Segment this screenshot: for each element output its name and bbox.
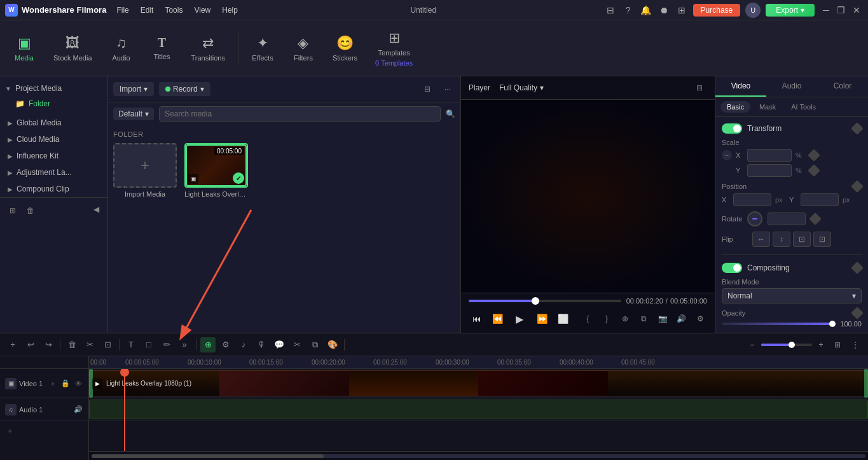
settings-icon[interactable]: ⚙: [694, 311, 707, 326]
flip-vertical-btn[interactable]: ↕: [773, 232, 790, 247]
transform-toggle[interactable]: [722, 123, 742, 134]
delete-folder-icon[interactable]: 🗑: [23, 203, 38, 218]
global-media-item[interactable]: ▶ Global Media: [0, 115, 107, 131]
transform-keyframe-btn[interactable]: [851, 122, 864, 135]
horizontal-scrollbar[interactable]: [92, 454, 865, 458]
snapshot-icon[interactable]: 📷: [656, 311, 670, 326]
menu-view[interactable]: View: [189, 3, 216, 17]
menu-tools[interactable]: Tools: [160, 3, 188, 17]
compound-clip-item[interactable]: ▶ Compound Clip: [0, 181, 107, 197]
tab-color[interactable]: Color: [817, 76, 868, 97]
apps-icon[interactable]: ⊞: [675, 4, 688, 17]
toolbar-media[interactable]: ▣ Media: [5, 25, 43, 71]
close-button[interactable]: ✕: [850, 4, 863, 17]
audio-monitor-icon[interactable]: 🔊: [675, 311, 688, 326]
more-btn[interactable]: »: [177, 337, 192, 352]
flip-horizontal-btn[interactable]: ↔: [752, 232, 770, 247]
pos-x-input[interactable]: 0.00: [733, 193, 771, 206]
shape-btn[interactable]: □: [141, 337, 156, 352]
flip-alt2-btn[interactable]: ⊡: [813, 232, 831, 247]
paint-btn[interactable]: ✏: [159, 337, 174, 352]
opacity-slider[interactable]: [722, 323, 832, 325]
media-more-icon[interactable]: ···: [440, 81, 455, 97]
compositing-keyframe-btn[interactable]: [851, 261, 864, 274]
rotate-input[interactable]: 0.00°: [768, 213, 806, 225]
text-btn[interactable]: T: [123, 337, 139, 352]
timeline-thumb[interactable]: [532, 297, 539, 305]
insert-icon[interactable]: ⊕: [619, 311, 632, 326]
screen-record-icon[interactable]: ⏺: [658, 4, 670, 17]
rotate-wheel[interactable]: [747, 211, 762, 227]
mark-out-icon[interactable]: }: [600, 311, 613, 326]
cloud-media-item[interactable]: ▶ Cloud Media: [0, 131, 107, 148]
tab-video[interactable]: Video: [715, 76, 766, 97]
scale-x-input[interactable]: 100.00: [747, 149, 792, 162]
video-media-item[interactable]: 00:05:00 ▣ ✓ Light Leaks Overlay 10...: [184, 143, 248, 198]
adjustment-layer-item[interactable]: ▶ Adjustment La...: [0, 164, 107, 181]
project-media-header[interactable]: ▼ Project Media: [0, 80, 107, 97]
loop-button[interactable]: ⬜: [555, 310, 571, 328]
scale-y-keyframe-btn[interactable]: [808, 164, 820, 177]
opacity-keyframe-btn[interactable]: [851, 307, 864, 319]
minimize-app-icon[interactable]: ⊟: [604, 4, 617, 17]
undo-btn[interactable]: ↩: [23, 337, 38, 352]
mark-in-icon[interactable]: {: [581, 311, 595, 326]
minimize-button[interactable]: ─: [820, 4, 832, 17]
clip-trim-right[interactable]: [864, 369, 868, 398]
scale-x-keyframe-btn[interactable]: [808, 149, 820, 162]
video-clip[interactable]: ▶ Light Leaks Overlay 1080p (1): [89, 370, 868, 396]
zoom-track[interactable]: [761, 344, 812, 346]
toolbar-titles[interactable]: T Titles: [143, 25, 181, 71]
help-icon[interactable]: ?: [622, 4, 635, 17]
collapse-panel-icon[interactable]: ◀: [90, 203, 102, 216]
influence-kit-item[interactable]: ▶ Influence Kit: [0, 148, 107, 164]
crop-btn[interactable]: ⊡: [100, 337, 115, 352]
preview-settings-icon[interactable]: ⊟: [692, 80, 707, 95]
subtab-basic[interactable]: Basic: [720, 101, 750, 113]
track-eye-icon[interactable]: 👁: [73, 379, 83, 389]
grid-view-btn[interactable]: ⊞: [830, 337, 845, 352]
folder-item[interactable]: 📁 Folder: [0, 97, 107, 111]
toolbar-audio[interactable]: ♫ Audio: [102, 25, 141, 71]
blend-mode-select[interactable]: Normal ▾: [722, 288, 862, 303]
audio-btn[interactable]: 🎙: [254, 337, 269, 352]
play-button[interactable]: ▶: [511, 309, 529, 329]
position-keyframe-btn[interactable]: [851, 180, 864, 193]
frame-back-button[interactable]: ⏪: [490, 310, 506, 328]
pip-btn[interactable]: ⧉: [307, 337, 322, 352]
ai-cut-btn[interactable]: ✂: [289, 337, 305, 352]
compositing-toggle[interactable]: [722, 263, 742, 273]
detach-audio-btn[interactable]: ♪: [236, 337, 251, 352]
toolbar-filters[interactable]: ◈ Filters: [284, 25, 322, 71]
toolbar-stickers[interactable]: 😊 Stickers: [325, 25, 365, 71]
caption-btn[interactable]: 💬: [272, 337, 287, 352]
record-button[interactable]: Record ▾: [159, 82, 210, 96]
subtab-ai-tools[interactable]: AI Tools: [785, 101, 822, 113]
color-btn[interactable]: 🎨: [325, 337, 340, 352]
search-input[interactable]: [159, 106, 441, 122]
toolbar-templates[interactable]: ⊞ Templates 0 Templates: [368, 25, 420, 71]
cut-btn[interactable]: ✂: [82, 337, 97, 352]
dual-screen-icon[interactable]: ⧉: [637, 311, 651, 326]
delete-btn[interactable]: 🗑: [64, 337, 79, 352]
redo-btn[interactable]: ↪: [41, 337, 56, 352]
pos-y-input[interactable]: 0.00: [801, 193, 839, 206]
media-filter-icon[interactable]: ⊟: [420, 81, 435, 97]
add-new-track-icon[interactable]: +: [5, 426, 15, 436]
settings-tl-btn[interactable]: ⚙: [218, 337, 233, 352]
go-to-start-button[interactable]: ⏮: [469, 310, 485, 328]
frame-forward-button[interactable]: ⏩: [534, 310, 550, 328]
user-avatar[interactable]: U: [745, 3, 761, 18]
purchase-button[interactable]: Purchase: [693, 4, 741, 17]
track-lock-icon[interactable]: 🔒: [60, 379, 71, 389]
menu-edit[interactable]: Edit: [135, 3, 159, 17]
toolbar-transitions[interactable]: ⇄ Transitions: [184, 25, 233, 71]
toolbar-stock-media[interactable]: 🖼 Stock Media: [46, 25, 100, 71]
add-folder-icon[interactable]: ⊞: [5, 203, 20, 218]
preview-timeline-track[interactable]: [469, 300, 621, 302]
tab-audio[interactable]: Audio: [766, 76, 817, 97]
scale-link-icon[interactable]: ↔: [722, 150, 732, 160]
maximize-button[interactable]: ❐: [835, 4, 848, 17]
flip-alt-btn[interactable]: ⊡: [793, 232, 811, 247]
snap-toggle[interactable]: ⊕: [200, 337, 216, 352]
